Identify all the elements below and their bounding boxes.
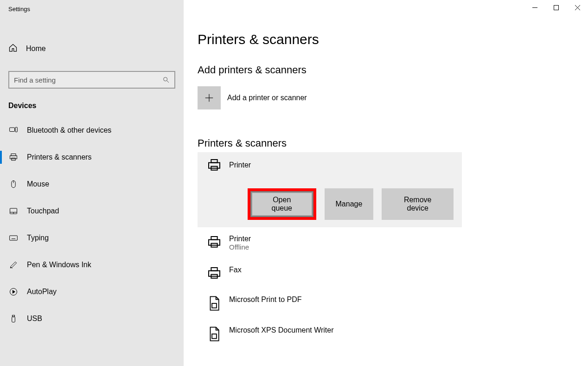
category-label: Devices: [0, 89, 184, 115]
svg-rect-35: [209, 271, 220, 276]
sidebar-item-label: Bluetooth & other devices: [27, 126, 111, 135]
svg-line-1: [167, 81, 169, 83]
svg-rect-37: [212, 303, 217, 308]
sidebar-item-label: USB: [27, 315, 42, 323]
printer-icon: [8, 153, 19, 162]
svg-point-0: [164, 77, 167, 81]
page-title: Printers & scanners: [198, 32, 574, 47]
autoplay-icon: [8, 287, 19, 296]
svg-rect-38: [212, 334, 217, 339]
printer-name: Fax: [229, 266, 242, 274]
svg-rect-32: [209, 240, 220, 245]
home-nav[interactable]: Home: [0, 37, 184, 61]
open-queue-highlight: Open queue: [248, 188, 316, 220]
svg-rect-29: [209, 163, 220, 168]
document-printer-icon: [206, 326, 223, 342]
svg-rect-5: [10, 156, 17, 159]
printer-item[interactable]: Microsoft XPS Document Writer: [198, 319, 574, 349]
printer-item[interactable]: Microsoft Print to PDF: [198, 288, 574, 319]
sidebar-item-mouse[interactable]: Mouse: [0, 173, 184, 195]
manage-button[interactable]: Manage: [325, 188, 374, 220]
printer-name: Printer: [229, 235, 251, 243]
svg-rect-23: [554, 5, 558, 10]
printer-name: Microsoft XPS Document Writer: [229, 326, 334, 334]
main-content: Printers & scanners Add printers & scann…: [184, 0, 588, 366]
svg-marker-19: [13, 290, 15, 294]
printer-item-selected[interactable]: Printer Open queue Manage Remove device: [198, 152, 462, 227]
window-controls: [524, 0, 588, 15]
sidebar-item-label: Typing: [27, 234, 49, 242]
sidebar-item-autoplay[interactable]: AutoPlay: [0, 281, 184, 303]
printer-icon: [206, 266, 223, 281]
home-label: Home: [26, 45, 46, 53]
svg-rect-12: [10, 236, 18, 240]
remove-device-button[interactable]: Remove device: [382, 188, 454, 220]
printer-icon: [206, 235, 223, 250]
add-printer-label: Add a printer or scanner: [227, 94, 307, 102]
search-input[interactable]: [14, 76, 162, 84]
keyboard-icon: [8, 233, 19, 243]
sidebar-item-label: Printers & scanners: [27, 153, 92, 161]
sidebar-item-bluetooth[interactable]: Bluetooth & other devices: [0, 119, 184, 141]
add-printer-row[interactable]: Add a printer or scanner: [198, 86, 574, 109]
svg-rect-21: [12, 317, 15, 322]
sidebar-item-typing[interactable]: Typing: [0, 227, 184, 249]
printer-item[interactable]: Fax: [198, 258, 574, 288]
pen-icon: [8, 260, 19, 270]
sidebar-item-label: Mouse: [27, 180, 49, 188]
svg-rect-4: [11, 154, 16, 156]
open-queue-button[interactable]: Open queue: [251, 192, 313, 216]
svg-rect-20: [13, 315, 15, 317]
close-button[interactable]: [567, 0, 588, 15]
document-printer-icon: [206, 295, 223, 311]
sidebar-item-printers[interactable]: Printers & scanners: [0, 146, 184, 168]
printer-actions: Open queue Manage Remove device: [248, 188, 454, 220]
sidebar-item-usb[interactable]: USB: [0, 308, 184, 330]
printer-status: Offline: [229, 243, 251, 251]
list-section-heading: Printers & scanners: [198, 137, 574, 149]
sidebar-item-label: AutoPlay: [27, 288, 57, 296]
sidebar: Settings Home Devices Bluetooth & other …: [0, 0, 184, 366]
svg-rect-6: [12, 158, 15, 161]
sidebar-item-label: Pen & Windows Ink: [27, 261, 91, 269]
printer-name: Microsoft Print to PDF: [229, 295, 301, 304]
usb-icon: [8, 314, 19, 323]
printer-item[interactable]: Printer Offline: [198, 227, 574, 258]
minimize-button[interactable]: [524, 0, 545, 15]
add-section-heading: Add printers & scanners: [198, 64, 574, 76]
search-icon: [162, 76, 170, 83]
printer-name: Printer: [229, 161, 251, 169]
plus-icon: [198, 86, 221, 109]
svg-rect-2: [10, 128, 15, 131]
search-box[interactable]: [8, 71, 175, 89]
window-title: Settings: [0, 0, 184, 18]
sidebar-item-touchpad[interactable]: Touchpad: [0, 200, 184, 222]
sidebar-item-label: Touchpad: [27, 207, 59, 215]
home-icon: [8, 43, 18, 54]
touchpad-icon: [8, 206, 19, 216]
svg-rect-28: [211, 160, 217, 163]
maximize-button[interactable]: [545, 0, 567, 15]
printer-icon: [206, 158, 223, 173]
sidebar-item-pen[interactable]: Pen & Windows Ink: [0, 254, 184, 276]
mouse-icon: [8, 180, 19, 189]
devices-icon: [8, 126, 19, 135]
svg-rect-3: [15, 127, 17, 132]
